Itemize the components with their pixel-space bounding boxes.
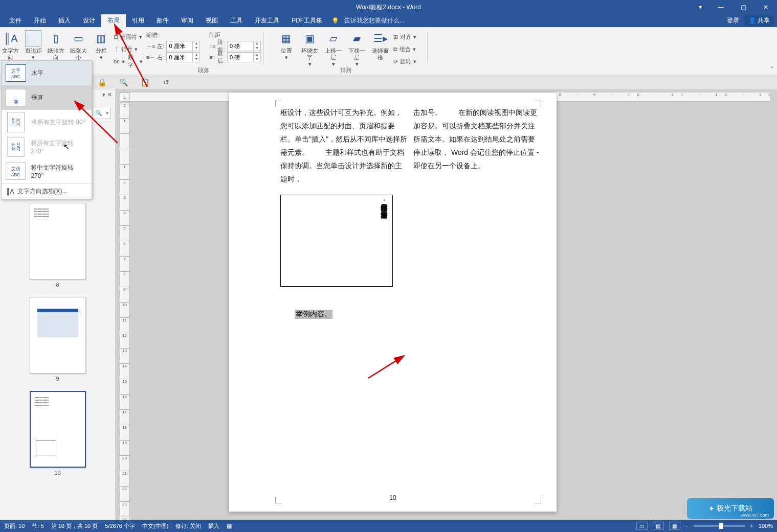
svg-line-0 bbox=[115, 25, 147, 87]
svg-line-1 bbox=[75, 101, 118, 143]
svg-line-2 bbox=[368, 356, 404, 378]
annotation-arrows bbox=[0, 0, 777, 532]
